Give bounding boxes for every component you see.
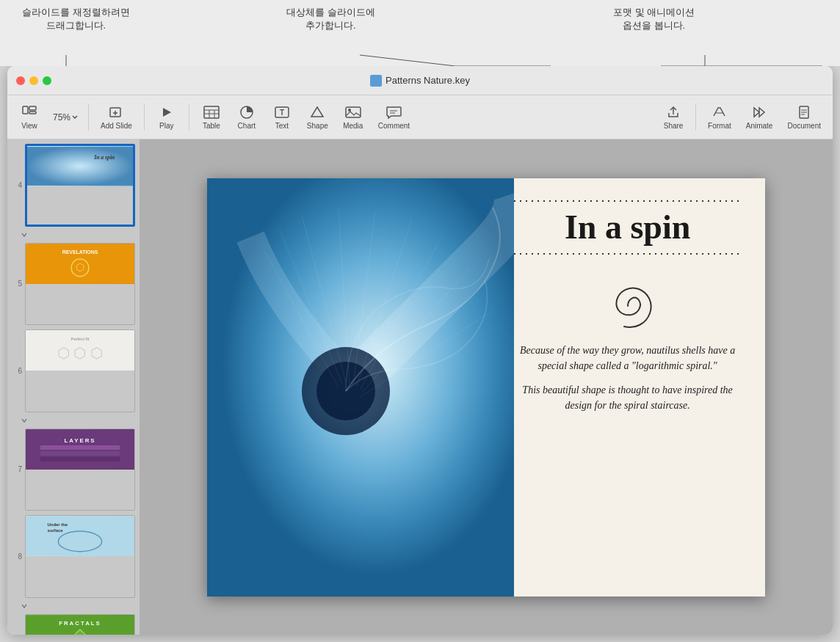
title-bar: Patterns Nature.key: [7, 66, 833, 95]
slide-item-5[interactable]: 5 REVELATIONS ⬡: [10, 241, 137, 327]
svg-line-1: [360, 55, 455, 66]
svg-rect-12: [204, 106, 219, 118]
svg-rect-44: [40, 451, 120, 455]
table-button[interactable]: Table: [195, 101, 228, 133]
shape-icon: [309, 104, 325, 120]
toolbar: View 75% Add Slide: [7, 95, 833, 139]
collapse-icon: [21, 231, 28, 238]
slide-panel: 4 In a spin: [7, 139, 140, 635]
separator-2: [144, 104, 145, 131]
collapse-icon-2: [21, 417, 28, 424]
chevron-down-icon: [72, 115, 78, 119]
app-window: Patterns Nature.key View 75%: [7, 66, 833, 635]
media-icon: [345, 104, 361, 120]
view-button[interactable]: View: [13, 101, 46, 133]
zoom-button[interactable]: 75%: [48, 109, 82, 125]
slide-body-text-2: This beautiful shape is thought to have …: [512, 382, 743, 413]
svg-rect-45: [40, 456, 120, 461]
collapse-icon-3: [21, 602, 28, 610]
slide-item-6[interactable]: 6 Perfect fit ⬡ ⬡ ⬡: [10, 328, 137, 414]
maximize-button[interactable]: [43, 76, 51, 85]
group-divider-5: [10, 230, 137, 240]
view-icon: [21, 104, 37, 120]
svg-marker-11: [163, 108, 171, 117]
svg-text:In a spin: In a spin: [93, 154, 115, 161]
annotation-2: 대상체를 슬라이드에 추가합니다.: [286, 6, 375, 32]
share-button[interactable]: Share: [657, 101, 689, 133]
minimize-button[interactable]: [29, 76, 38, 85]
svg-rect-7: [29, 112, 36, 114]
slide-body-text-1: Because of the way they grow, nautilus s…: [512, 343, 743, 373]
chart-button[interactable]: Chart: [231, 101, 263, 133]
svg-point-22: [348, 109, 351, 112]
chart-icon: [239, 104, 255, 120]
group-divider-9: [10, 601, 137, 611]
window-title: Patterns Nature.key: [370, 75, 470, 87]
document-button[interactable]: Document: [781, 101, 827, 133]
svg-text:⬡ ⬡ ⬡: ⬡ ⬡ ⬡: [57, 345, 103, 361]
slide-item-4[interactable]: 4 In a spin: [10, 142, 137, 228]
group-divider-7: [10, 415, 137, 426]
main-content: 4 In a spin: [7, 139, 833, 635]
canvas-area: In a spin Because of the way they grow, …: [140, 139, 833, 635]
slide-item-9[interactable]: 9 FRACTALS: [10, 613, 137, 635]
slide-item-8[interactable]: 8 Under the surface: [10, 514, 137, 599]
svg-text:⬡: ⬡: [76, 260, 84, 272]
format-icon: [712, 104, 728, 120]
shape-button[interactable]: Shape: [301, 101, 334, 133]
nautilus-shell-image: [207, 178, 514, 597]
svg-rect-32: [27, 147, 133, 186]
svg-rect-5: [23, 106, 28, 114]
spiral-icon: [591, 269, 665, 343]
svg-text:REVELATIONS: REVELATIONS: [62, 249, 98, 255]
svg-text:FRACTALS: FRACTALS: [59, 620, 101, 627]
add-slide-icon: [108, 104, 124, 120]
dotted-divider-top: [512, 200, 743, 202]
text-icon: T: [274, 104, 290, 120]
svg-text:T: T: [280, 109, 284, 117]
text-button[interactable]: T Text: [266, 101, 298, 133]
separator-3: [189, 104, 189, 131]
animate-button[interactable]: Animate: [740, 101, 779, 133]
slide-title: In a spin: [565, 209, 690, 247]
slide-canvas: In a spin Because of the way they grow, …: [207, 178, 765, 597]
svg-text:LAYERS: LAYERS: [64, 437, 95, 444]
play-button[interactable]: Play: [151, 101, 183, 133]
slide-image: [207, 178, 514, 597]
annotation-bar: 슬라이드를 재정렬하려면 드래그합니다. 대상체를 슬라이드에 추가합니다. 포…: [0, 0, 840, 66]
media-button[interactable]: Media: [337, 101, 369, 133]
separator-4: [695, 104, 696, 131]
play-icon: [159, 104, 175, 120]
format-button[interactable]: Format: [702, 101, 737, 133]
keynote-icon: [370, 75, 382, 87]
svg-marker-26: [754, 108, 759, 117]
document-icon: [796, 104, 812, 120]
slide-content-right: In a spin Because of the way they grow, …: [497, 178, 765, 597]
svg-rect-6: [29, 106, 36, 110]
comment-button[interactable]: Comment: [372, 101, 416, 133]
svg-text:Perfect fit: Perfect fit: [71, 337, 90, 341]
animate-icon: [751, 104, 767, 120]
svg-marker-20: [311, 107, 323, 117]
share-icon: [665, 104, 681, 120]
traffic-lights: [16, 76, 51, 85]
dotted-divider-bottom: [512, 253, 743, 255]
annotation-1: 슬라이드를 재정렬하려면 드래그합니다.: [22, 6, 130, 32]
separator-1: [88, 104, 89, 131]
svg-text:surface: surface: [48, 528, 64, 533]
add-slide-button[interactable]: Add Slide: [95, 101, 138, 133]
svg-rect-43: [40, 445, 120, 450]
svg-text:Under the: Under the: [48, 522, 68, 527]
table-icon: [203, 104, 220, 120]
svg-rect-21: [346, 107, 361, 117]
annotation-3: 포맷 및 애니메이션 옵션을 봅니다.: [613, 6, 695, 32]
slide-item-7[interactable]: 7 LAYERS: [10, 427, 137, 513]
svg-rect-46: [26, 516, 134, 555]
close-button[interactable]: [16, 76, 25, 85]
comment-icon: [385, 104, 402, 120]
